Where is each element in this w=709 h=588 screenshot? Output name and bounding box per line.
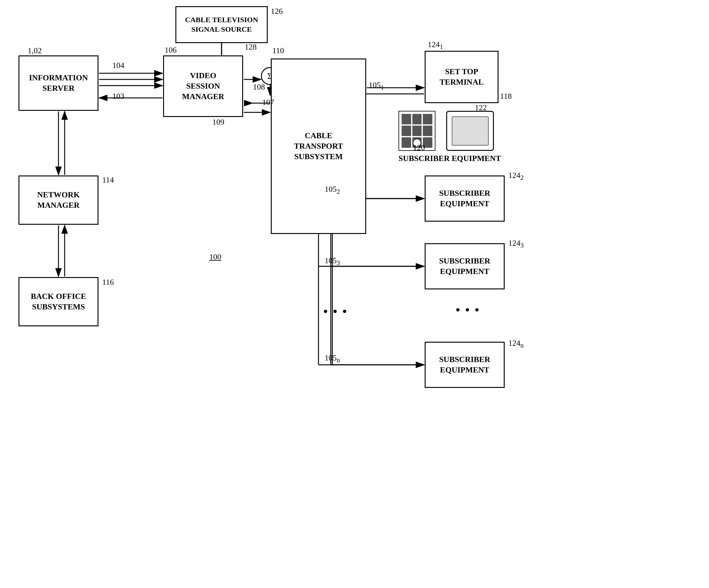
ref-105-2: 1052 — [325, 185, 340, 196]
information-server-label: INFORMATION SERVER — [19, 73, 98, 94]
ref-116: 116 — [102, 278, 114, 287]
ref-124-2-label: 1242 — [508, 171, 524, 182]
ref-100: 100 — [209, 252, 221, 262]
video-session-manager-box: VIDEOSESSIONMANAGER — [163, 55, 243, 117]
set-top-terminal-box: SET TOPTERMINAL — [425, 51, 499, 103]
continuation-dots-1: • • • — [455, 302, 480, 318]
ref-114: 114 — [102, 176, 114, 185]
subscriber-equipment-2-box: SUBSCRIBEREQUIPMENT — [425, 176, 505, 222]
cable-transport-label: CABLETRANSPORTSUBSYSTEM — [294, 130, 343, 162]
sub-eq-n-label: SUBSCRIBEREQUIPMENT — [439, 354, 490, 375]
ref-108: 108 — [253, 82, 265, 92]
network-manager-label: NETWORKMANAGER — [37, 189, 80, 210]
information-server-box: INFORMATION SERVER — [19, 55, 99, 111]
ref-106: 106 — [165, 46, 177, 55]
ref-124-n-label: 124n — [508, 339, 524, 350]
ref-107: 107 — [262, 98, 274, 107]
diagram-container: INFORMATION SERVER VIDEOSESSIONMANAGER C… — [0, 0, 709, 588]
subscriber-equipment-1-label: SUBSCRIBER EQUIPMENT — [398, 154, 501, 163]
ref-124-3-label: 1243 — [508, 238, 524, 249]
ref-120: 120 — [413, 143, 425, 152]
subscriber-equipment-n-box: SUBSCRIBEREQUIPMENT — [425, 342, 505, 388]
cable-transport-subsystem-box: CABLETRANSPORTSUBSYSTEM — [271, 58, 366, 234]
ref-126: 126 — [271, 7, 283, 16]
tv-screen-device — [446, 111, 494, 151]
video-session-manager-label: VIDEOSESSIONMANAGER — [182, 71, 224, 102]
ref-103: 103 — [112, 92, 124, 101]
continuation-dots-2: • • • — [323, 303, 348, 319]
ref-110: 110 — [272, 46, 284, 55]
ref-124-1-label: 1241 — [428, 40, 443, 51]
ref-105-n: 105n — [325, 353, 340, 364]
ref-122: 122 — [475, 103, 487, 112]
sub-eq-2-label: SUBSCRIBEREQUIPMENT — [439, 188, 490, 209]
network-manager-box: NETWORKMANAGER — [19, 176, 99, 225]
ref-118: 118 — [500, 92, 512, 101]
cable-tv-label: CABLE TELEVISIONSIGNAL SOURCE — [185, 15, 258, 34]
ref-109: 109 — [212, 118, 224, 127]
ref-104: 104 — [112, 61, 124, 70]
back-office-label: BACK OFFICESUBSYSTEMS — [31, 291, 86, 312]
back-office-box: BACK OFFICESUBSYSTEMS — [19, 277, 99, 326]
sub-eq-3-label: SUBSCRIBEREQUIPMENT — [439, 256, 490, 277]
ref-105-1: 1051 — [369, 81, 384, 92]
set-top-terminal-label: SET TOPTERMINAL — [440, 67, 483, 87]
cable-tv-signal-source-box: CABLE TELEVISIONSIGNAL SOURCE — [176, 6, 268, 43]
subscriber-equipment-3-box: SUBSCRIBEREQUIPMENT — [425, 243, 505, 289]
ref-105-3: 1053 — [325, 256, 340, 267]
ref-128: 128 — [245, 43, 257, 52]
ref-102: 1,02 — [28, 46, 42, 55]
